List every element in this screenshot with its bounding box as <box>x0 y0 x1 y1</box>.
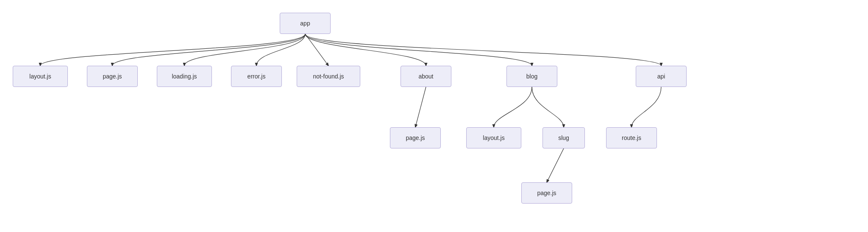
node-not-found-js: not-found.js <box>297 66 360 87</box>
node-slug-page: page.js <box>521 182 572 204</box>
node-error-js: error.js <box>231 66 282 87</box>
node-layout-js: layout.js <box>13 66 68 87</box>
node-loading-js: loading.js <box>157 66 212 87</box>
node-api: api <box>636 66 687 87</box>
node-app: app <box>280 13 331 34</box>
connections <box>0 0 868 232</box>
node-about: about <box>401 66 451 87</box>
node-slug: slug <box>542 127 585 148</box>
node-blog-layout: layout.js <box>466 127 521 148</box>
diagram: app layout.js page.js loading.js error.j… <box>0 0 868 232</box>
node-about-page: page.js <box>390 127 441 148</box>
node-blog: blog <box>506 66 557 87</box>
node-page-js: page.js <box>87 66 138 87</box>
node-api-route: route.js <box>606 127 657 148</box>
